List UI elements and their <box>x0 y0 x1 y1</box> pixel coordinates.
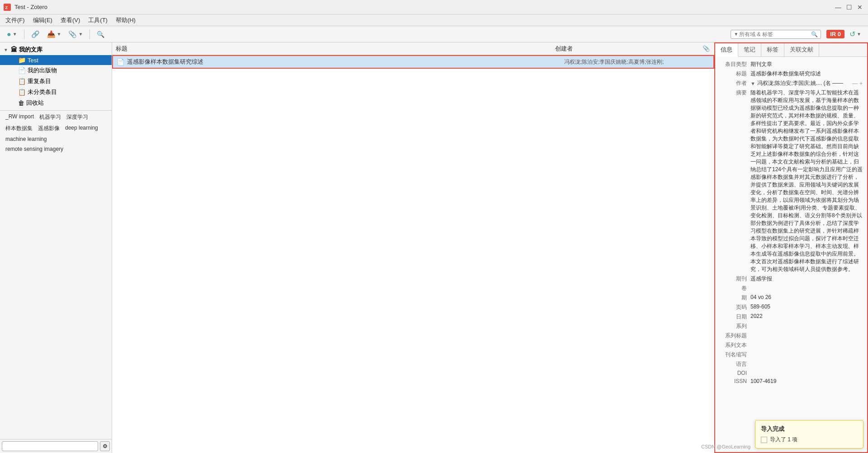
issn-label: ISSN <box>719 378 750 384</box>
add-id-icon: 🔗 <box>31 30 40 38</box>
title-bar-left: Z Test - Zotero <box>4 4 47 11</box>
language-value <box>750 360 863 368</box>
tab-info[interactable]: 信息 <box>715 43 738 57</box>
watermark: CSDN @GeoLearning <box>701 444 750 449</box>
advanced-search-button[interactable]: 🔍 <box>94 28 108 40</box>
doi-value <box>750 370 863 376</box>
author-value: 冯权泷;陈泊安;李国庆;姚.... (名 —— <box>757 79 851 87</box>
sidebar-item-my-publications[interactable]: 📄 我的出版物 <box>0 65 112 76</box>
tag-item[interactable]: 深度学习 <box>65 112 90 122</box>
right-panel: 信息 笔记 标签 关联文献 条目类型 期刊文章 标题 遥感影像样本数据集研究综述… <box>714 42 868 453</box>
close-button[interactable]: ✕ <box>855 3 864 12</box>
items-list-header: 标题 创建者 📎 <box>112 42 714 55</box>
search-scope-dropdown[interactable]: ▼ <box>734 32 738 37</box>
abstract-value: 随着机器学习、深度学习等人工智能技术在遥感领域的不断应用与发展，基于海量样本的数… <box>750 89 863 273</box>
author-plus-icon[interactable]: + <box>859 80 863 87</box>
issue-label: 期 <box>719 294 750 302</box>
title-column-header[interactable]: 标题 <box>116 45 555 53</box>
menu-view[interactable]: 查看(V) <box>57 15 84 25</box>
tags-search-input[interactable] <box>2 441 98 451</box>
doi-label: DOI <box>719 370 750 376</box>
pages-value: 589-605 <box>750 304 863 311</box>
journal-field: 期刊 遥感学报 <box>719 275 863 283</box>
trash-icon: 🗑 <box>18 99 24 107</box>
date-field: 日期 2022 <box>719 313 863 321</box>
import-icon: 📥 <box>47 30 56 38</box>
pub-icon: 📄 <box>18 67 26 74</box>
tag-item[interactable]: machine learning <box>4 135 48 143</box>
duplicates-label: 重复条目 <box>28 77 108 85</box>
item-type-label: 条目类型 <box>719 61 750 68</box>
menu-tools[interactable]: 工具(T) <box>85 15 111 25</box>
toolbar: ● ▼ 🔗 📥 ▼ 📎 ▼ 🔍 ▼ 🔍 IR 0 ↺ ▼ <box>0 26 868 42</box>
library-icon: 🏛 <box>11 46 17 53</box>
sync-button[interactable]: ↺ ▼ <box>846 28 864 40</box>
journal-abbr-field: 刊名缩写 <box>719 351 863 359</box>
search-input[interactable] <box>739 31 811 37</box>
menu-file[interactable]: 文件(F) <box>2 15 28 25</box>
tag-item[interactable]: 样本数据集 <box>4 124 34 133</box>
menu-bar: 文件(F) 编辑(E) 查看(V) 工具(T) 帮助(H) <box>0 14 868 26</box>
my-library-item[interactable]: ▼ 🏛 我的文库 <box>0 44 112 55</box>
tag-item[interactable]: 遥感影像 <box>36 124 61 133</box>
items-list: 📄 遥感影像样本数据集研究综述 冯权泷;陈泊安;李国庆姚晓;高夏博;张连刚; <box>112 55 714 453</box>
menu-help[interactable]: 帮助(H) <box>112 15 139 25</box>
author-expand-icon[interactable]: ▼ <box>750 81 755 86</box>
series-text-label: 系列文本 <box>719 341 750 349</box>
item-creator: 冯权泷;陈泊安;李国庆姚晓;高夏博;张连刚; <box>564 58 710 66</box>
language-label: 语言 <box>719 360 750 368</box>
creator-column-header[interactable]: 创建者 <box>555 45 702 53</box>
trash-label: 回收站 <box>26 99 108 107</box>
volume-field: 卷 <box>719 285 863 292</box>
title-label: 标题 <box>719 70 750 78</box>
table-row[interactable]: 📄 遥感影像样本数据集研究综述 冯权泷;陈泊安;李国庆姚晓;高夏博;张连刚; <box>112 55 714 69</box>
library-expand-icon: ▼ <box>4 47 11 52</box>
toolbar-new-group: ● ▼ <box>4 28 20 40</box>
minimize-button[interactable]: — <box>834 3 843 12</box>
tags-options-button[interactable]: ⚙ <box>100 441 110 451</box>
series-title-field: 系列标题 <box>719 332 863 340</box>
doi-field: DOI <box>719 370 863 376</box>
ir-badge: IR 0 <box>826 30 844 38</box>
tags-content: _RW import 机器学习 深度学习 样本数据集 遥感影像 deep lea… <box>0 111 112 439</box>
notification-checkbox[interactable] <box>761 437 767 443</box>
tag-item[interactable]: 机器学习 <box>38 112 63 122</box>
series-text-value <box>750 341 863 349</box>
tag-item[interactable]: _RW import <box>4 112 36 122</box>
sidebar-item-duplicates[interactable]: 📋 重复条目 <box>0 76 112 87</box>
journal-abbr-value <box>750 351 863 359</box>
volume-value <box>750 285 863 292</box>
toolbar-separator-1 <box>24 29 24 39</box>
tab-notes[interactable]: 笔记 <box>738 43 761 56</box>
volume-label: 卷 <box>719 285 750 292</box>
issn-field: ISSN 1007-4619 <box>719 378 863 384</box>
tab-tags[interactable]: 标签 <box>761 43 784 56</box>
pages-field: 页码 589-605 <box>719 304 863 311</box>
window-controls: — ☐ ✕ <box>834 3 864 12</box>
menu-edit[interactable]: 编辑(E) <box>29 15 56 25</box>
import-button[interactable]: 📥 ▼ <box>44 28 65 40</box>
tags-search-area: ⚙ <box>0 439 112 453</box>
date-label: 日期 <box>719 313 750 321</box>
attach-button[interactable]: 📎 ▼ <box>65 28 86 40</box>
tag-item[interactable]: deep learning <box>63 124 100 133</box>
sidebar-item-trash[interactable]: 🗑 回收站 <box>0 98 112 108</box>
main-layout: ▼ 🏛 我的文库 📁 Test 📄 我的出版物 📋 重复条目 <box>0 42 868 453</box>
sidebar-item-unfiled[interactable]: 📋 未分类条目 <box>0 87 112 98</box>
abstract-field: 摘要 随着机器学习、深度学习等人工智能技术在遥感领域的不断应用与发展，基于海量样… <box>719 89 863 273</box>
tag-item[interactable]: remote sensing imagery <box>4 145 65 153</box>
item-type-icon: 📄 <box>117 58 124 65</box>
title-value: 遥感影像样本数据集研究综述 <box>750 70 863 78</box>
author-minus-icon[interactable]: — <box>852 80 858 87</box>
issue-field: 期 04 vo 26 <box>719 294 863 302</box>
notification-item: 导入了 1 项 <box>761 436 858 444</box>
toolbar-separator-2 <box>90 29 90 39</box>
sidebar-item-test[interactable]: 📁 Test <box>0 55 112 65</box>
test-folder-icon: 📁 <box>18 56 26 64</box>
tab-related[interactable]: 关联文献 <box>784 43 819 56</box>
maximize-button[interactable]: ☐ <box>844 3 854 12</box>
new-item-button[interactable]: ● ▼ <box>4 28 20 40</box>
app-icon: Z <box>4 4 11 11</box>
add-by-id-button[interactable]: 🔗 <box>28 28 43 40</box>
series-field: 系列 <box>719 322 863 330</box>
